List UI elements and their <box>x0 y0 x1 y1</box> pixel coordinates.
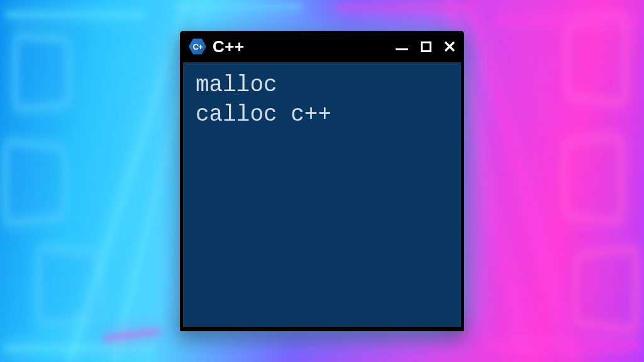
cpp-logo-icon: C+ <box>189 36 206 57</box>
terminal-body[interactable]: malloc calloc c++ <box>183 62 461 327</box>
minimize-button[interactable] <box>395 40 409 53</box>
maximize-icon <box>421 41 431 52</box>
window-title: C++ <box>213 37 395 57</box>
window-controls <box>395 40 457 53</box>
terminal-line: calloc c++ <box>196 101 448 130</box>
close-button[interactable] <box>443 40 457 53</box>
titlebar[interactable]: C+ C++ <box>180 31 464 62</box>
terminal-window: C+ C++ malloc calloc c++ <box>180 31 464 331</box>
terminal-line: malloc <box>196 71 448 101</box>
minimize-icon <box>396 48 408 50</box>
close-icon <box>443 40 456 53</box>
maximize-button[interactable] <box>419 40 433 53</box>
